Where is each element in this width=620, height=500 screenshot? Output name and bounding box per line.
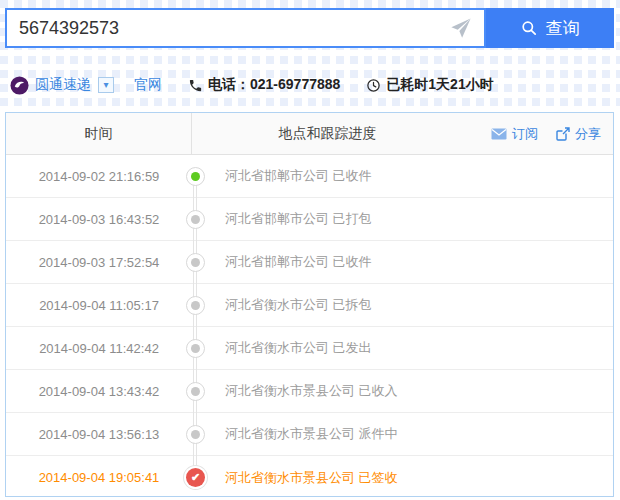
table-row: 2014-09-03 17:52:54 河北省邯郸市公司 已收件: [6, 241, 613, 284]
event-time: 2014-09-04 13:43:42: [6, 384, 192, 399]
official-site-link[interactable]: 官网: [134, 76, 162, 94]
table-row: 2014-09-04 11:05:17 河北省衡水市公司 已拆包: [6, 284, 613, 327]
elapsed-group: 已耗时1天21小时: [366, 76, 493, 94]
event-status: 河北省邯郸市公司 已收件: [225, 167, 372, 185]
event-time: 2014-09-04 19:05:41: [6, 470, 192, 485]
yto-logo-icon: [10, 76, 29, 95]
send-icon[interactable]: [450, 17, 472, 39]
table-header: 时间 地点和跟踪进度 订阅: [6, 113, 613, 155]
gray-dot-icon: [186, 253, 205, 272]
query-button-label: 查询: [546, 17, 580, 40]
event-time: 2014-09-03 16:43:52: [6, 212, 192, 227]
gray-dot-icon: [186, 339, 205, 358]
event-status: 河北省衡水市景县公司 派件中: [225, 425, 398, 443]
search-icon: [521, 20, 537, 36]
event-time: 2014-09-04 11:05:17: [6, 298, 192, 313]
event-status: 河北省衡水市景县公司 已签收: [225, 469, 398, 487]
clock-icon: [366, 78, 381, 93]
gray-dot-icon: [186, 210, 205, 229]
event-status: 河北省衡水市公司 已发出: [225, 339, 372, 357]
event-time: 2014-09-04 11:42:42: [6, 341, 192, 356]
table-row: 2014-09-04 13:43:42 河北省衡水市景县公司 已收入: [6, 370, 613, 413]
table-row: 2014-09-04 11:42:42 河北省衡水市公司 已发出: [6, 327, 613, 370]
column-header-progress: 地点和跟踪进度 订阅 分享: [192, 113, 613, 154]
event-status: 河北省衡水市景县公司 已收入: [225, 382, 398, 400]
search-input-wrap: [5, 8, 486, 48]
green-dot-icon: [186, 167, 205, 186]
gray-dot-icon: [186, 425, 205, 444]
table-row-delivered: 2014-09-04 19:05:41 ✔ 河北省衡水市景县公司 已签收: [6, 456, 613, 499]
tracking-number-input[interactable]: [7, 18, 450, 39]
event-time: 2014-09-02 21:16:59: [6, 169, 192, 184]
search-bar: 查询: [5, 8, 614, 48]
mail-icon: [491, 128, 507, 140]
table-row: 2014-09-02 21:16:59 河北省邯郸市公司 已收件: [6, 155, 613, 198]
column-header-time: 时间: [6, 113, 192, 154]
elapsed-text: 已耗时1天21小时: [386, 76, 493, 94]
column-header-progress-label: 地点和跟踪进度: [192, 125, 463, 143]
gray-dot-icon: [186, 382, 205, 401]
share-link[interactable]: 分享: [556, 125, 601, 143]
event-status: 河北省邯郸市公司 已打包: [225, 210, 372, 228]
event-status: 河北省衡水市公司 已拆包: [225, 296, 372, 314]
phone-text: 电话：021-69777888: [208, 76, 340, 94]
courier-dropdown[interactable]: ▾: [98, 77, 114, 93]
event-time: 2014-09-04 13:56:13: [6, 427, 192, 442]
check-icon: ✔: [191, 472, 200, 483]
share-icon: [556, 127, 570, 141]
subscribe-link[interactable]: 订阅: [491, 125, 538, 143]
phone-group: 电话：021-69777888: [188, 76, 340, 94]
table-row: 2014-09-03 16:43:52 河北省邯郸市公司 已打包: [6, 198, 613, 241]
share-label: 分享: [575, 125, 601, 143]
courier-info-bar: 圆通速递 ▾ 官网 电话：021-69777888 已耗时1天21小时: [10, 73, 494, 97]
delivered-check-icon: ✔: [186, 468, 205, 487]
subscribe-label: 订阅: [512, 125, 538, 143]
query-button[interactable]: 查询: [486, 8, 614, 48]
tracking-page: 查询 圆通速递 ▾ 官网 电话：021-69777888 已耗时1天21小时: [0, 0, 620, 500]
tracking-table: 时间 地点和跟踪进度 订阅: [5, 112, 614, 497]
phone-icon: [188, 78, 203, 93]
event-status: 河北省邯郸市公司 已收件: [225, 253, 372, 271]
table-row: 2014-09-04 13:56:13 河北省衡水市景县公司 派件中: [6, 413, 613, 456]
courier-name-link[interactable]: 圆通速递: [35, 76, 91, 94]
gray-dot-icon: [186, 296, 205, 315]
chevron-down-icon: ▾: [103, 80, 108, 90]
header-links: 订阅 分享: [491, 125, 613, 143]
event-time: 2014-09-03 17:52:54: [6, 255, 192, 270]
